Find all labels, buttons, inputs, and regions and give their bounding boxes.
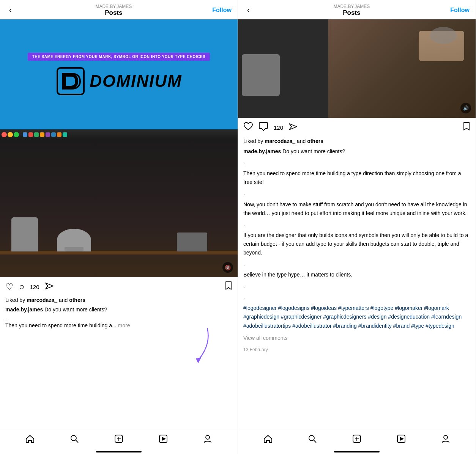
left-header-username: MADE.BY.JAMES bbox=[95, 4, 132, 9]
sound-icon: 🔊 bbox=[460, 103, 471, 113]
left-nav-profile[interactable] bbox=[203, 434, 213, 446]
right-nav-add[interactable] bbox=[352, 434, 362, 446]
right-back-button[interactable]: ‹ bbox=[244, 4, 253, 17]
arrow-annotation bbox=[181, 324, 215, 366]
speaker-left bbox=[11, 217, 38, 251]
mouse-sim bbox=[430, 27, 457, 44]
right-nav-home[interactable] bbox=[263, 434, 273, 446]
hand-computer-area bbox=[328, 19, 476, 118]
left-more-button[interactable]: more bbox=[118, 322, 130, 328]
svg-marker-1 bbox=[196, 358, 201, 363]
desk-scene: 🔇 bbox=[0, 129, 238, 277]
right-dot6: . bbox=[243, 292, 470, 301]
left-nav-home[interactable] bbox=[25, 434, 35, 446]
left-nav-items bbox=[0, 432, 238, 448]
right-liked-by-user[interactable]: marcodaza_ bbox=[265, 138, 295, 144]
right-save-button[interactable] bbox=[463, 122, 470, 133]
right-view-comments[interactable]: View all comments bbox=[243, 333, 470, 343]
dominium-text: DOMINIUM bbox=[90, 72, 182, 91]
right-nav-reels[interactable] bbox=[396, 434, 406, 446]
right-paragraph1: Then you need to spend more time buildin… bbox=[243, 169, 470, 187]
svg-point-2 bbox=[71, 435, 76, 441]
speaker-right bbox=[177, 232, 207, 251]
left-caption-intro: Do you want more clients? bbox=[44, 306, 107, 313]
svg-marker-8 bbox=[162, 437, 166, 441]
right-dot5: . bbox=[243, 281, 470, 290]
monitor-bar bbox=[0, 129, 238, 140]
right-header-username: MADE.BY.JAMES bbox=[333, 4, 370, 9]
dominium-logo: DOMINIUM bbox=[55, 66, 182, 96]
left-image-bottom: 🔇 bbox=[0, 129, 238, 277]
right-nav-indicator bbox=[334, 451, 380, 452]
right-hashtags: #logodesigner #logodesigns #logoideas #t… bbox=[243, 304, 470, 331]
left-header-center: MADE.BY.JAMES Posts bbox=[15, 4, 212, 17]
left-comment-count: 120 bbox=[30, 284, 39, 290]
right-dot4: . bbox=[243, 259, 470, 268]
left-comment-button[interactable]: ○ bbox=[19, 281, 25, 292]
left-save-button[interactable] bbox=[225, 281, 232, 292]
dominium-d-icon bbox=[55, 66, 86, 96]
right-phone-panel: ‹ MADE.BY.JAMES Posts Follow 🔊 bbox=[238, 0, 476, 454]
right-comment-count: 120 bbox=[274, 124, 283, 131]
mute-icon: 🔇 bbox=[222, 262, 233, 273]
left-share-button[interactable] bbox=[45, 281, 54, 292]
desk-item-1 bbox=[242, 54, 280, 96]
left-caption-more-text: Then you need to spend more time buildin… bbox=[5, 322, 117, 328]
left-caption-dot: . bbox=[5, 314, 7, 320]
svg-line-11 bbox=[314, 440, 316, 443]
video-desk-scene: 🔊 bbox=[238, 19, 476, 118]
right-header-center: MADE.BY.JAMES Posts bbox=[253, 4, 450, 17]
right-liked-by: Liked by marcodaza_ and others bbox=[243, 137, 470, 146]
right-dot1: . bbox=[243, 158, 470, 167]
left-nav-reels[interactable] bbox=[158, 434, 168, 446]
speaker-center bbox=[57, 229, 91, 251]
liked-by-user[interactable]: marcodaza_ bbox=[27, 297, 57, 303]
left-image-top: THE SAME ENERGY FROM YOUR MARK, SYMBOL O… bbox=[0, 19, 238, 129]
right-post-actions: 120 bbox=[238, 118, 476, 137]
left-header: ‹ MADE.BY.JAMES Posts Follow bbox=[0, 0, 238, 19]
right-share-button[interactable] bbox=[288, 122, 298, 133]
right-caption-line1: made.by.james Do you want more clients? bbox=[243, 147, 470, 156]
right-follow-button[interactable]: Follow bbox=[450, 7, 470, 14]
right-paragraph4: Believe in the type hype… it matters to … bbox=[243, 270, 470, 279]
right-nav-items bbox=[238, 432, 476, 448]
svg-point-10 bbox=[309, 435, 314, 441]
right-nav-profile[interactable] bbox=[441, 434, 451, 446]
right-nav-search[interactable] bbox=[307, 434, 317, 446]
right-liked-by-others: others bbox=[307, 138, 323, 144]
right-paragraph3: If you are the designer that only builds… bbox=[243, 231, 470, 257]
left-back-button[interactable]: ‹ bbox=[6, 4, 15, 17]
right-dot3: . bbox=[243, 220, 470, 229]
right-post-image: 🔊 bbox=[238, 19, 476, 118]
left-caption-username[interactable]: made.by.james bbox=[5, 306, 43, 313]
left-nav-add[interactable] bbox=[114, 434, 124, 446]
liked-by-others: others bbox=[69, 297, 85, 303]
svg-point-9 bbox=[206, 435, 210, 439]
left-caption-text: made.by.james Do you want more clients? bbox=[5, 306, 232, 314]
left-bottom-nav bbox=[0, 429, 238, 454]
left-phone-panel: ‹ MADE.BY.JAMES Posts Follow THE SAME EN… bbox=[0, 0, 238, 454]
left-nav-indicator bbox=[96, 451, 142, 452]
right-dot2: . bbox=[243, 189, 470, 198]
left-nav-search[interactable] bbox=[69, 434, 79, 446]
right-post-date: 13 February bbox=[243, 346, 470, 357]
svg-line-3 bbox=[76, 440, 78, 443]
right-like-button[interactable] bbox=[243, 122, 253, 133]
dominium-badge: THE SAME ENERGY FROM YOUR MARK, SYMBOL O… bbox=[28, 53, 210, 61]
left-follow-button[interactable]: Follow bbox=[212, 7, 232, 14]
svg-point-17 bbox=[444, 435, 448, 439]
svg-marker-16 bbox=[400, 437, 404, 441]
right-bottom-nav bbox=[238, 429, 476, 454]
right-post-caption: Liked by marcodaza_ and others made.by.j… bbox=[238, 137, 476, 429]
left-post-image: THE SAME ENERGY FROM YOUR MARK, SYMBOL O… bbox=[0, 19, 238, 277]
left-post-actions: ♡ ○ 120 bbox=[0, 277, 238, 296]
right-caption-username[interactable]: made.by.james bbox=[243, 148, 281, 154]
left-like-button[interactable]: ♡ bbox=[5, 281, 14, 292]
right-header-title: Posts bbox=[343, 9, 360, 17]
left-header-title: Posts bbox=[105, 9, 122, 17]
right-comment-button[interactable] bbox=[258, 122, 268, 133]
right-caption-intro: Do you want more clients? bbox=[281, 148, 345, 154]
right-paragraph2: Now, you don't have to make stuff from s… bbox=[243, 200, 470, 218]
left-liked-by: Liked by marcodaza_ and others bbox=[5, 296, 232, 304]
right-header: ‹ MADE.BY.JAMES Posts Follow bbox=[238, 0, 476, 19]
